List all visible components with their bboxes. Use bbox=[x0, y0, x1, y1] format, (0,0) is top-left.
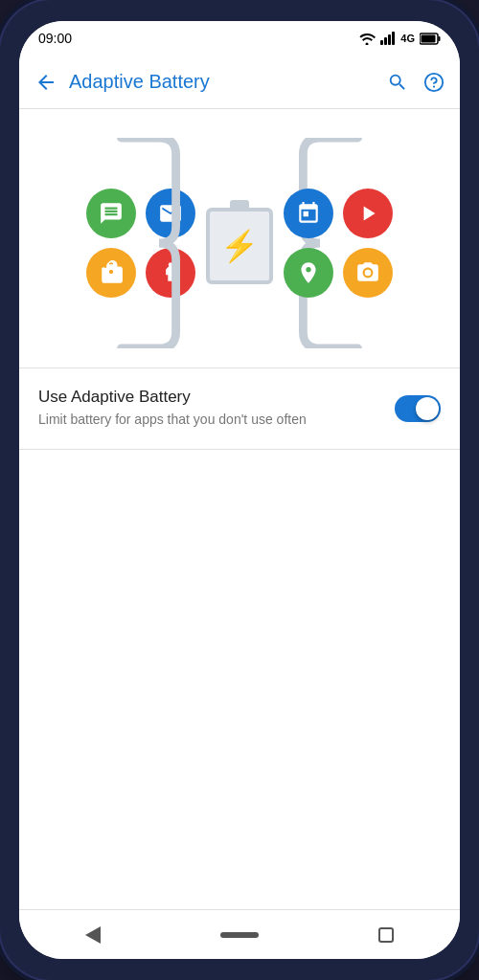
phone-screen: 09:00 4G bbox=[19, 21, 460, 959]
battery-illustration: ⚡ bbox=[77, 138, 402, 348]
signal-icon bbox=[380, 32, 396, 45]
illustration-section: ⚡ bbox=[19, 109, 460, 368]
svg-rect-2 bbox=[388, 34, 391, 45]
svg-rect-0 bbox=[380, 40, 383, 45]
bracket-right bbox=[19, 138, 311, 348]
page-title: Adaptive Battery bbox=[69, 71, 376, 93]
search-button[interactable] bbox=[387, 72, 408, 93]
app-icon-camera bbox=[343, 248, 393, 298]
app-bar: Adaptive Battery bbox=[19, 56, 460, 109]
content-area: ⚡ bbox=[19, 109, 460, 909]
nav-back-icon bbox=[85, 926, 101, 944]
help-button[interactable] bbox=[423, 72, 445, 93]
app-icon-maps bbox=[284, 248, 333, 298]
nav-recent-icon bbox=[378, 927, 394, 943]
nav-back-button[interactable] bbox=[64, 916, 122, 954]
setting-text: Use Adaptive Battery Limit battery for a… bbox=[38, 388, 395, 430]
setting-title: Use Adaptive Battery bbox=[38, 388, 395, 407]
svg-rect-6 bbox=[439, 36, 441, 41]
svg-rect-5 bbox=[422, 34, 436, 42]
settings-section: Use Adaptive Battery Limit battery for a… bbox=[19, 368, 460, 449]
back-button[interactable] bbox=[34, 71, 57, 94]
status-bar: 09:00 4G bbox=[19, 21, 460, 56]
svg-point-10 bbox=[365, 270, 372, 277]
toggle-thumb bbox=[416, 397, 439, 420]
content-spacer bbox=[19, 450, 460, 909]
wifi-icon bbox=[358, 32, 376, 45]
nav-home-icon bbox=[220, 932, 259, 938]
adaptive-battery-toggle[interactable] bbox=[395, 395, 441, 422]
navigation-bar bbox=[19, 909, 460, 959]
app-bar-actions bbox=[387, 72, 445, 93]
svg-rect-1 bbox=[384, 37, 387, 45]
svg-rect-3 bbox=[392, 32, 395, 45]
setting-subtitle: Limit battery for apps that you don't us… bbox=[38, 411, 395, 430]
nav-home-button[interactable] bbox=[211, 916, 268, 954]
nav-recent-button[interactable] bbox=[357, 916, 415, 954]
app-icon-video bbox=[343, 189, 393, 238]
app-icon-calendar bbox=[284, 189, 333, 238]
apps-right-grid bbox=[284, 189, 393, 298]
status-icons: 4G bbox=[358, 32, 441, 45]
mobile-signal-label: 4G bbox=[400, 33, 415, 44]
adaptive-battery-setting: Use Adaptive Battery Limit battery for a… bbox=[19, 368, 460, 449]
toggle-track bbox=[395, 395, 441, 422]
phone-frame: 09:00 4G bbox=[0, 0, 479, 980]
status-time: 09:00 bbox=[38, 31, 72, 46]
battery-status-icon bbox=[420, 33, 441, 45]
